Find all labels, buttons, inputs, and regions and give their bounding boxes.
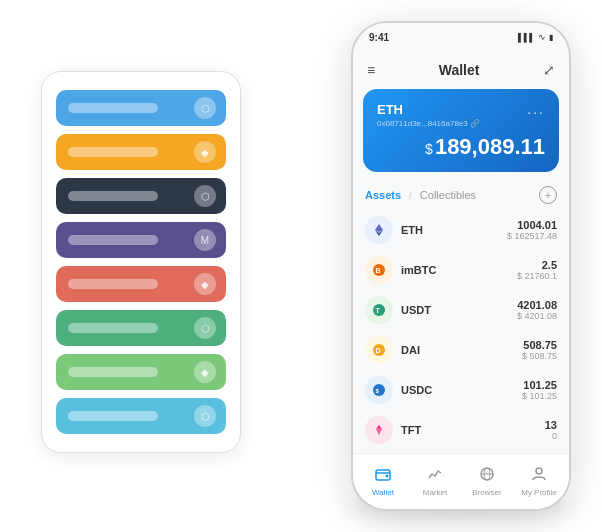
nav-profile[interactable]: My Profile — [513, 466, 565, 497]
card-icon-blue: ⬡ — [194, 97, 216, 119]
status-time: 9:41 — [369, 32, 389, 43]
asset-values-tft: 13 0 — [545, 419, 557, 441]
card-label-red — [68, 279, 158, 289]
nav-market-label: Market — [423, 488, 447, 497]
card-item-red[interactable]: ◆ — [56, 266, 226, 302]
nav-market[interactable]: Market — [409, 466, 461, 497]
assets-header: Assets / Collectibles + — [353, 180, 569, 210]
asset-name-tft: TFT — [401, 424, 537, 436]
asset-item-tft[interactable]: TFT 13 0 — [353, 410, 569, 450]
card-item-purple[interactable]: M — [56, 222, 226, 258]
card-icon-red: ◆ — [194, 273, 216, 295]
header-title: Wallet — [439, 62, 480, 78]
card-item-sky[interactable]: ⬡ — [56, 398, 226, 434]
dai-icon: D — [365, 336, 393, 364]
asset-name-eth: ETH — [401, 224, 499, 236]
tab-collectibles[interactable]: Collectibles — [420, 189, 476, 201]
asset-name-imbtc: imBTC — [401, 264, 509, 276]
asset-values-imbtc: 2.5 $ 21760.1 — [517, 259, 557, 281]
eth-icon — [365, 216, 393, 244]
asset-values-eth: 1004.01 $ 162517.48 — [507, 219, 557, 241]
imbtc-icon: B — [365, 256, 393, 284]
asset-usd-usdc: $ 101.25 — [522, 391, 557, 401]
asset-amount-usdc: 101.25 — [522, 379, 557, 391]
card-icon-green: ⬡ — [194, 317, 216, 339]
eth-more-icon[interactable]: ... — [527, 101, 545, 117]
asset-values-usdt: 4201.08 $ 4201.08 — [517, 299, 557, 321]
card-item-dark[interactable]: ⬡ — [56, 178, 226, 214]
status-icons: ▌▌▌ ∿ ▮ — [518, 32, 553, 42]
nav-browser-label: Browser — [472, 488, 501, 497]
eth-balance: $189,089.11 — [377, 134, 545, 160]
card-item-blue[interactable]: ⬡ — [56, 90, 226, 126]
card-icon-orange: ◆ — [194, 141, 216, 163]
nav-profile-label: My Profile — [521, 488, 557, 497]
asset-item-eth[interactable]: ETH 1004.01 $ 162517.48 — [353, 210, 569, 250]
market-nav-icon — [427, 466, 443, 486]
card-item-orange[interactable]: ◆ — [56, 134, 226, 170]
svg-point-15 — [536, 468, 542, 474]
asset-list: ETH 1004.01 $ 162517.48 B imBTC 2.5 $ 21… — [353, 210, 569, 453]
card-label-purple — [68, 235, 158, 245]
eth-symbol: ETH — [377, 102, 403, 117]
signal-icon: ▌▌▌ — [518, 33, 535, 42]
nav-browser[interactable]: Browser — [461, 466, 513, 497]
svg-point-11 — [386, 475, 389, 478]
nav-wallet-label: Wallet — [372, 488, 394, 497]
asset-amount-dai: 508.75 — [522, 339, 557, 351]
card-label-sky — [68, 411, 158, 421]
card-label-blue — [68, 103, 158, 113]
card-icon-purple: M — [194, 229, 216, 251]
nav-wallet[interactable]: Wallet — [357, 466, 409, 497]
card-icon-light-green: ◆ — [194, 361, 216, 383]
card-label-green — [68, 323, 158, 333]
usdc-icon: $ — [365, 376, 393, 404]
asset-amount-imbtc: 2.5 — [517, 259, 557, 271]
svg-text:D: D — [376, 347, 381, 354]
asset-usd-tft: 0 — [545, 431, 557, 441]
asset-item-dai[interactable]: D DAI 508.75 $ 508.75 — [353, 330, 569, 370]
assets-tabs: Assets / Collectibles — [365, 189, 476, 201]
asset-values-dai: 508.75 $ 508.75 — [522, 339, 557, 361]
card-item-light-green[interactable]: ◆ — [56, 354, 226, 390]
card-icon-dark: ⬡ — [194, 185, 216, 207]
asset-usd-eth: $ 162517.48 — [507, 231, 557, 241]
assets-divider: / — [409, 190, 412, 201]
eth-address-text: 0x08711d3e...8416a78e3 🔗 — [377, 119, 480, 128]
eth-card[interactable]: ETH ... 0x08711d3e...8416a78e3 🔗 $189,08… — [363, 89, 559, 172]
eth-balance-amount: 189,089.11 — [435, 134, 545, 159]
card-label-dark — [68, 191, 158, 201]
svg-text:T: T — [376, 307, 381, 314]
asset-usd-imbtc: $ 21760.1 — [517, 271, 557, 281]
bottom-nav: Wallet Market Browser My Profile — [353, 453, 569, 509]
usdt-icon: T — [365, 296, 393, 324]
asset-name-usdc: USDC — [401, 384, 514, 396]
asset-amount-usdt: 4201.08 — [517, 299, 557, 311]
phone: 9:41 ▌▌▌ ∿ ▮ ≡ Wallet ⤢ ETH ... 0x08711d… — [351, 21, 571, 511]
tab-assets[interactable]: Assets — [365, 189, 401, 201]
expand-icon[interactable]: ⤢ — [543, 62, 555, 78]
assets-add-button[interactable]: + — [539, 186, 557, 204]
asset-item-usdc[interactable]: $ USDC 101.25 $ 101.25 — [353, 370, 569, 410]
card-icon-sky: ⬡ — [194, 405, 216, 427]
asset-name-usdt: USDT — [401, 304, 509, 316]
profile-nav-icon — [531, 466, 547, 486]
asset-usd-dai: $ 508.75 — [522, 351, 557, 361]
card-stack: ⬡ ◆ ⬡ M ◆ ⬡ ◆ ⬡ — [41, 71, 241, 453]
asset-amount-tft: 13 — [545, 419, 557, 431]
card-item-green[interactable]: ⬡ — [56, 310, 226, 346]
wallet-nav-icon — [375, 466, 391, 486]
phone-header: ≡ Wallet ⤢ — [353, 51, 569, 89]
asset-name-dai: DAI — [401, 344, 514, 356]
asset-item-imbtc[interactable]: B imBTC 2.5 $ 21760.1 — [353, 250, 569, 290]
menu-icon[interactable]: ≡ — [367, 62, 375, 78]
eth-address: 0x08711d3e...8416a78e3 🔗 — [377, 119, 545, 128]
svg-text:B: B — [376, 267, 381, 274]
asset-values-usdc: 101.25 $ 101.25 — [522, 379, 557, 401]
browser-nav-icon — [479, 466, 495, 486]
eth-card-header: ETH ... — [377, 101, 545, 117]
asset-item-usdt[interactable]: T USDT 4201.08 $ 4201.08 — [353, 290, 569, 330]
status-bar: 9:41 ▌▌▌ ∿ ▮ — [353, 23, 569, 51]
asset-amount-eth: 1004.01 — [507, 219, 557, 231]
card-label-light-green — [68, 367, 158, 377]
